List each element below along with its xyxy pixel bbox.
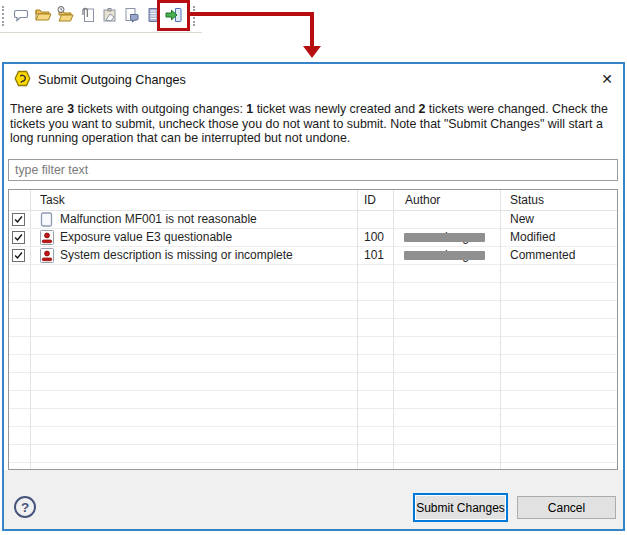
header-id: ID — [357, 190, 393, 210]
task-cell: Malfunction MF001 is not reasonable — [60, 211, 257, 228]
attachment-page-icon[interactable] — [78, 5, 97, 25]
annotation-arrow-line — [310, 12, 314, 47]
empty-table-row — [9, 319, 617, 337]
tickets-table[interactable]: Task ID Author Status Malfunction MF001 … — [8, 189, 618, 470]
inspect-page-icon[interactable] — [100, 5, 119, 25]
empty-table-row — [9, 391, 617, 409]
id-cell — [357, 211, 393, 228]
empty-table-row — [9, 409, 617, 427]
header-author: Author — [393, 190, 500, 210]
submit-outgoing-changes-dialog: Submit Outgoing Changes ✕ There are 3 ti… — [2, 62, 625, 531]
folder-pending-icon[interactable] — [56, 5, 75, 25]
annotation-arrow-line — [190, 12, 314, 16]
task-cell: System description is missing or incompl… — [60, 247, 293, 264]
header-checkbox-col — [9, 190, 30, 210]
dialog-ticket-icon — [13, 69, 32, 88]
status-cell: New — [500, 211, 617, 228]
ticket-icon — [40, 230, 54, 245]
status-cell: Modified — [500, 229, 617, 246]
help-icon[interactable]: ? — [14, 496, 36, 518]
redaction-scribble — [404, 251, 485, 260]
ticket-icon — [40, 248, 54, 263]
filter-input[interactable] — [8, 159, 618, 181]
header-task: Task — [30, 190, 357, 210]
column-divider — [500, 190, 501, 469]
id-cell: 101 — [357, 247, 393, 264]
empty-table-row — [9, 337, 617, 355]
button-bar: ? Submit Changes Cancel — [4, 470, 623, 529]
annotation-highlight-box — [157, 0, 190, 31]
table-row[interactable]: System description is missing or incompl… — [9, 247, 617, 265]
toolbar-grip[interactable] — [2, 6, 6, 26]
open-folder-icon[interactable] — [34, 5, 53, 25]
toolbar — [0, 0, 230, 33]
row-checkbox[interactable] — [12, 231, 25, 244]
cancel-button[interactable]: Cancel — [517, 496, 616, 519]
empty-table-row — [9, 373, 617, 391]
toolbar-grip[interactable] — [193, 6, 197, 26]
table-row[interactable]: Exposure value E3 questionable 100 mauer… — [9, 229, 617, 247]
redaction-scribble — [404, 233, 485, 242]
task-cell: Exposure value E3 questionable — [60, 229, 232, 246]
empty-table-row — [9, 445, 617, 463]
comment-bubble-icon[interactable] — [12, 5, 31, 25]
submit-changes-button[interactable]: Submit Changes — [413, 493, 508, 522]
author-cell: mauersberger — [393, 229, 500, 246]
row-checkbox[interactable] — [12, 213, 25, 226]
column-divider — [357, 190, 358, 469]
dialog-message: There are 3 tickets with outgoing change… — [10, 102, 608, 146]
column-divider — [393, 190, 394, 469]
page-comment-icon[interactable] — [122, 5, 141, 25]
row-checkbox[interactable] — [12, 249, 25, 262]
table-header: Task ID Author Status — [9, 190, 617, 211]
empty-table-row — [9, 463, 617, 470]
dialog-title: Submit Outgoing Changes — [38, 73, 186, 87]
id-cell: 100 — [357, 229, 393, 246]
empty-table-row — [9, 265, 617, 283]
table-row[interactable]: Malfunction MF001 is not reasonable New — [9, 211, 617, 229]
column-divider — [30, 190, 31, 469]
header-status: Status — [500, 190, 617, 210]
new-ticket-icon — [40, 212, 54, 227]
close-icon[interactable]: ✕ — [593, 66, 621, 92]
status-cell: Commented — [500, 247, 617, 264]
empty-table-row — [9, 355, 617, 373]
annotation-arrow-head — [303, 46, 321, 58]
author-cell: mauersberger — [393, 247, 500, 264]
empty-table-row — [9, 283, 617, 301]
toolbar-divider — [0, 32, 202, 33]
empty-table-row — [9, 427, 617, 445]
author-cell — [393, 211, 500, 228]
empty-table-row — [9, 301, 617, 319]
